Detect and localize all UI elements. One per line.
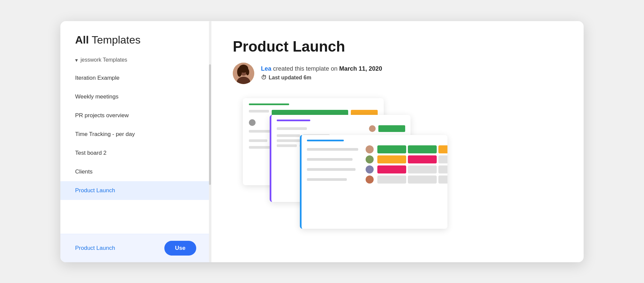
purple-bar [277, 120, 310, 121]
active-template-label: Product Launch [75, 245, 115, 252]
sidebar-item-time-tracking[interactable]: Time Tracking - per day [60, 125, 211, 144]
svg-point-5 [246, 69, 249, 75]
green-bar [249, 103, 289, 105]
sidebar-title: All Templates [60, 21, 211, 54]
sidebar-section-jesswork[interactable]: ▾ jesswork Templates [60, 54, 211, 69]
sidebar-items-list: Iteration ExampleWeekly meetingsPR proje… [60, 69, 211, 234]
created-line: Lea created this template on March 11, 2… [261, 65, 382, 72]
meta-row: Lea created this template on March 11, 2… [233, 63, 562, 84]
sidebar-item-clients[interactable]: Clients [60, 162, 211, 181]
sidebar: All Templates ▾ jesswork Templates Itera… [60, 21, 211, 262]
use-button[interactable]: Use [164, 241, 196, 256]
creator-action: created this template on [273, 65, 339, 72]
scrollbar-track[interactable] [209, 21, 211, 262]
creator-name-link[interactable]: Lea [261, 65, 271, 72]
updated-line: ⏱ Last updated 6m [261, 74, 382, 81]
sidebar-item-test-board-2[interactable]: Test board 2 [60, 144, 211, 162]
sidebar-item-weekly-meetings[interactable]: Weekly meetings [60, 87, 211, 106]
main-content: Product Launch Lea created this template… [211, 21, 584, 262]
meta-text: Lea created this template on March 11, 2… [261, 65, 382, 81]
creation-date: March 11, 2020 [339, 65, 382, 72]
sidebar-item-pr-projects-overview[interactable]: PR projects overview [60, 106, 211, 125]
creator-avatar [233, 63, 254, 84]
clock-icon: ⏱ [261, 74, 267, 81]
sidebar-item-product-launch[interactable]: Product Launch [60, 181, 211, 200]
avatar-image [233, 63, 254, 84]
section-label: jesswork Templates [80, 57, 127, 63]
sidebar-item-iteration-example[interactable]: Iteration Example [60, 69, 211, 87]
templates-modal: All Templates ▾ jesswork Templates Itera… [60, 21, 584, 262]
preview-card-front [300, 135, 447, 229]
template-title: Product Launch [233, 39, 562, 55]
svg-point-4 [237, 67, 242, 77]
last-updated-text: Last updated 6m [269, 75, 311, 81]
scrollbar-thumb[interactable] [209, 64, 211, 185]
chevron-down-icon: ▾ [75, 57, 78, 63]
sidebar-footer: Product Launch Use [60, 234, 211, 262]
template-preview [233, 95, 562, 222]
